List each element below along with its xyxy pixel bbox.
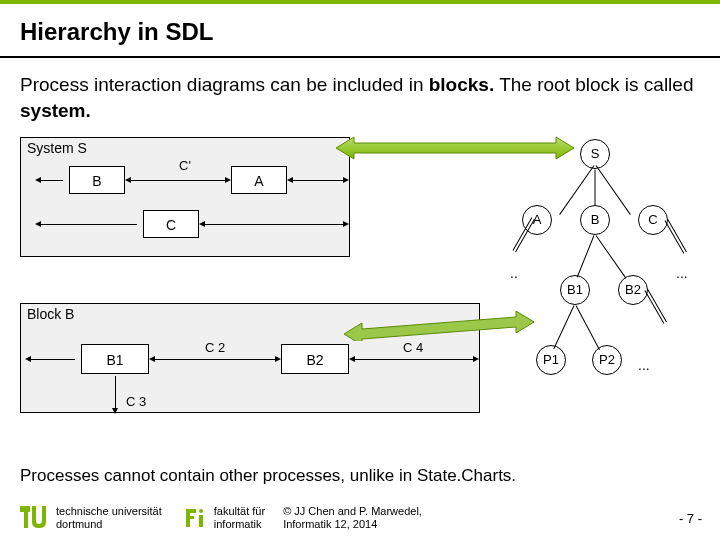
bottom-text: Processes cannot contain other processes… [20,466,516,486]
footer-faculty: fakultät für informatik [214,505,265,531]
arrow-b1-b2 [155,359,275,360]
system-label: System S [27,140,87,156]
footer-fac1: fakultät für [214,505,265,518]
intro-part2: The root block is called [494,74,693,95]
diagram-area: System S B A C C' Block B B1 B2 C 2 C 3 … [0,137,720,437]
svg-rect-6 [186,516,194,519]
edge-b-b1 [577,236,595,278]
svg-rect-8 [199,515,203,527]
intro-text: Process interaction diagrams can be incl… [0,72,720,137]
svg-rect-3 [24,506,28,528]
arrow-c-right [205,224,343,225]
footer: technische universität dortmund fakultät… [0,496,720,540]
footer-fac2: informatik [214,518,265,531]
block-b2: B2 [281,344,349,374]
intro-bold1: blocks. [429,74,494,95]
footer-university: technische universität dortmund [56,505,162,531]
ellipsis-a: .. [510,265,518,281]
svg-rect-5 [186,509,196,513]
title-underline [0,56,720,58]
node-p2: P2 [592,345,622,375]
footer-credit1: © JJ Chen and P. Marwedel, [283,505,422,518]
channel-c2: C 2 [205,340,225,355]
channel-c3: C 3 [126,394,146,409]
edge-b-b2 [596,235,627,278]
ellipsis-p: ... [638,357,650,373]
svg-point-7 [199,509,203,513]
system-s-box: System S B A C C' [20,137,350,257]
block-b1: B1 [81,344,149,374]
arrow-c3-down [115,376,116,408]
block-b-label: Block B [27,306,74,322]
intro-bold2: system. [20,100,91,121]
dbl-b2 [647,289,667,322]
block-b: B [69,166,125,194]
fi-logo-icon [184,507,206,529]
channel-c-prime: C' [179,158,191,173]
green-arrow-system [336,133,574,163]
footer-uni1: technische universität [56,505,162,518]
block-c: C [143,210,199,238]
svg-marker-1 [344,311,534,341]
arrow-left-c [41,224,137,225]
hierarchy-tree: S A B C B1 B2 P1 P2 .. ... ... [430,135,710,435]
footer-uni2: dortmund [56,518,162,531]
ellipsis-c: ... [676,265,688,281]
svg-marker-0 [336,137,574,159]
footer-credit2: Informatik 12, 2014 [283,518,422,531]
edge-b1-p2 [576,306,600,351]
node-p1: P1 [536,345,566,375]
slide-title: Hierarchy in SDL [0,4,720,56]
channel-c4: C 4 [403,340,423,355]
intro-part1: Process interaction diagrams can be incl… [20,74,429,95]
arrow-b-a [131,180,225,181]
tu-logo-icon [18,504,46,532]
arrow-left-b [41,180,63,181]
node-b: B [580,205,610,235]
green-arrow-block [344,311,534,341]
edge-b1-p1 [553,306,574,350]
page-number: - 7 - [679,511,702,526]
dbl-c [667,219,687,252]
arrow-left-b1 [31,359,75,360]
node-b1: B1 [560,275,590,305]
block-a: A [231,166,287,194]
arrow-a-right [293,180,343,181]
footer-credit: © JJ Chen and P. Marwedel, Informatik 12… [283,505,422,531]
edge-s-b [595,170,596,206]
